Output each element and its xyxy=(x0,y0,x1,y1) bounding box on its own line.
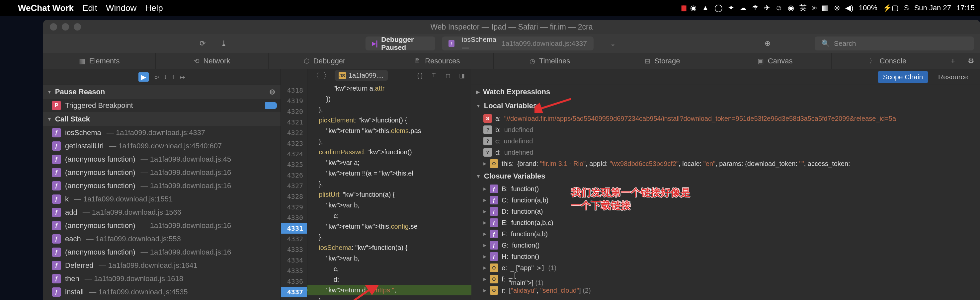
resume-button[interactable]: ▶ xyxy=(138,72,149,82)
line-number[interactable]: 4318 xyxy=(281,85,307,95)
closure-var[interactable]: ▶ƒG: function() xyxy=(471,240,980,251)
code-line[interactable]: }, xyxy=(307,295,471,300)
wifi-icon[interactable]: ⊚ xyxy=(834,4,840,12)
code-line[interactable]: c; xyxy=(307,210,471,221)
line-number[interactable]: 4322 xyxy=(281,127,307,138)
closure-var[interactable]: ▶ƒF: function(a,b) xyxy=(471,228,980,240)
battery-menu-icon[interactable]: ▥ xyxy=(822,4,829,12)
smile-icon[interactable]: ☺ xyxy=(775,4,783,12)
code-line[interactable]: "kw">var b, xyxy=(307,200,471,210)
menu-help[interactable]: Help xyxy=(145,3,163,13)
download-button[interactable]: ⤓ xyxy=(216,36,231,51)
local-var-b[interactable]: ? b:undefined xyxy=(471,124,980,135)
line-gutter[interactable]: 4318431943204321432243234324432543264327… xyxy=(281,69,307,300)
step-out-button[interactable]: ↑ xyxy=(172,73,175,81)
mic-icon[interactable]: ◉ xyxy=(788,4,794,12)
code-line[interactable]: "kw">return "kw">this.elems.pas xyxy=(307,125,471,136)
tab-storage[interactable]: ⊟Storage xyxy=(606,53,719,69)
closure-var[interactable]: ▶Or: ["alidayu", "send_cloud"] (2) xyxy=(471,285,980,296)
closure-variables-header[interactable]: ▼Closure Variables xyxy=(471,169,980,183)
line-number[interactable]: 4334 xyxy=(281,255,307,265)
type-profiler-button[interactable]: T xyxy=(429,72,439,79)
line-number[interactable]: 4330 xyxy=(281,213,307,223)
input-method[interactable]: 英 xyxy=(799,3,807,13)
tab-console[interactable]: 〉Console xyxy=(832,53,944,69)
screen-icon[interactable]: ⎚ xyxy=(812,4,816,12)
app-name[interactable]: WeChat Work xyxy=(18,3,74,13)
call-stack-frame[interactable]: ƒ(anonymous function)— 1a1fa099.download… xyxy=(43,219,280,232)
recording-indicator[interactable]: ▮▮ xyxy=(681,4,685,12)
nav-forward[interactable]: 〉 xyxy=(323,71,331,81)
cloud-icon[interactable]: ☁ xyxy=(739,4,747,12)
line-number[interactable]: 4326 xyxy=(281,170,307,181)
options-icon[interactable]: ⊖ xyxy=(269,87,275,96)
local-var-c[interactable]: ? c:undefined xyxy=(471,135,980,147)
line-number[interactable]: 4325 xyxy=(281,159,307,170)
line-number[interactable]: 4327 xyxy=(281,181,307,191)
triggered-breakpoint[interactable]: P Triggered Breakpoint xyxy=(43,99,280,112)
closure-var[interactable]: ▶ƒD: function(a) xyxy=(471,206,980,217)
closure-var[interactable]: ▶Oe: _ ["app">] (1) xyxy=(471,262,980,273)
tab-timelines[interactable]: ◷Timelines xyxy=(494,53,606,69)
code-line[interactable]: "kw">var b, xyxy=(307,253,471,263)
step-over-button[interactable]: ⤼ xyxy=(153,73,159,81)
call-stack-header[interactable]: ▼ Call Stack xyxy=(43,112,280,126)
current-file[interactable]: JS 1a1fa099.... xyxy=(335,70,388,81)
step-into-button[interactable]: ↓ xyxy=(164,73,167,81)
right-sidebar-toggle[interactable]: ◨ xyxy=(457,72,467,79)
code-line[interactable]: }, xyxy=(307,179,471,189)
call-stack-frame[interactable]: ƒDeferred— 1a1fa099.download.js:1641 xyxy=(43,259,280,272)
target-button[interactable]: ⊕ xyxy=(760,36,775,51)
local-var-this[interactable]: ▶ O this: {brand: "fir.im 3.1 - Rio", ap… xyxy=(471,158,980,169)
local-var-a[interactable]: S a:"//download.fir.im/apps/5ad55409959d… xyxy=(471,113,980,124)
line-number[interactable]: 4323 xyxy=(281,138,307,149)
code-line[interactable]: "kw">return d = "https:", xyxy=(307,285,471,295)
line-number[interactable]: 4333 xyxy=(281,244,307,255)
step-button[interactable]: ↦ xyxy=(180,73,185,81)
code-line[interactable]: }, xyxy=(307,104,471,115)
line-number[interactable]: 4321 xyxy=(281,117,307,127)
call-stack-frame[interactable]: ƒ(anonymous function)— 1a1fa099.download… xyxy=(43,246,280,259)
tab-debugger[interactable]: ⬡Debugger xyxy=(269,53,381,69)
tab-canvas[interactable]: ▣Canvas xyxy=(719,53,832,69)
code-line[interactable]: pickElement: "kw">function() { xyxy=(307,115,471,125)
code-line[interactable]: }, xyxy=(307,136,471,147)
status-s-icon[interactable]: S xyxy=(904,4,909,12)
code-line[interactable]: d; xyxy=(307,274,471,285)
code-line[interactable]: }, xyxy=(307,232,471,242)
call-stack-frame[interactable]: ƒ(anonymous function)— 1a1fa099.download… xyxy=(43,179,280,192)
battery-icon[interactable]: ⚡▢ xyxy=(883,4,899,12)
search-field[interactable]: 🔍 Search xyxy=(815,37,974,51)
tab-add[interactable]: + xyxy=(944,53,962,69)
line-number[interactable]: 4335 xyxy=(281,265,307,276)
local-variables-header[interactable]: ▼Local Variables xyxy=(471,99,980,113)
call-stack-frame[interactable]: ƒk— 1a1fa099.download.js:1551 xyxy=(43,192,280,206)
code-line[interactable]: }) xyxy=(307,94,471,104)
call-stack-frame[interactable]: ƒgetInstallUrl— 1a1fa099.download.js:454… xyxy=(43,140,280,152)
breakpoint-indicator[interactable] xyxy=(265,102,277,109)
code-line[interactable]: "kw">var a; xyxy=(307,157,471,168)
umbrella-icon[interactable]: ☂ xyxy=(752,4,759,12)
pause-reason-header[interactable]: ▼ Pause Reason ⊖ xyxy=(43,85,280,99)
status-icon[interactable]: ◉ xyxy=(690,4,697,12)
line-number[interactable]: 4338 xyxy=(281,297,307,300)
pretty-print-button[interactable]: { } xyxy=(415,72,425,79)
minimize-button[interactable] xyxy=(62,23,69,30)
menu-window[interactable]: Window xyxy=(106,3,137,13)
close-button[interactable] xyxy=(50,23,57,30)
watch-expressions-header[interactable]: ▶Watch Expressions xyxy=(471,85,980,99)
call-stack-frame[interactable]: ƒeach— 1a1fa099.download.js:553 xyxy=(43,232,280,246)
tab-settings[interactable]: ⚙ xyxy=(962,53,980,69)
code-line[interactable]: plistUrl: "kw">function(a) { xyxy=(307,189,471,200)
code-line[interactable]: "kw">return "kw">this.config.se xyxy=(307,221,471,232)
code-line[interactable]: "kw">return a.attr xyxy=(307,83,471,94)
line-number[interactable]: 4328 xyxy=(281,191,307,202)
status-time[interactable]: 17:15 xyxy=(956,4,975,12)
tab-elements[interactable]: ▦Elements xyxy=(43,53,156,69)
headphone-icon[interactable]: ◯ xyxy=(714,4,723,12)
resource-tab[interactable]: Resource xyxy=(933,71,974,83)
code-coverage-button[interactable]: ◻ xyxy=(443,72,453,79)
line-number[interactable]: 4319 xyxy=(281,95,307,106)
call-stack-frame[interactable]: ƒinstall— 1a1fa099.download.js:4535 xyxy=(43,286,280,299)
menu-edit[interactable]: Edit xyxy=(82,3,97,13)
